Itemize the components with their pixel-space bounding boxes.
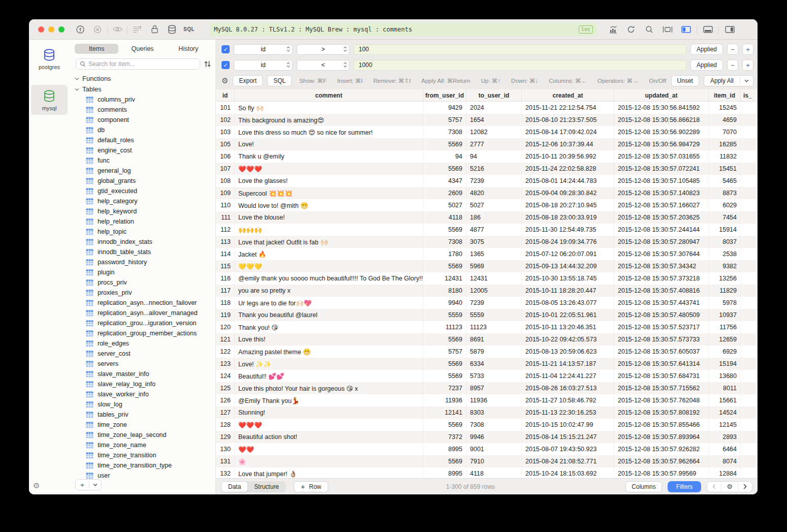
cell-to_user_id[interactable]: 2777 [466, 138, 522, 150]
table-row[interactable]: 112🙌🙌🙌556948772015-11-30 12:54:49.735201… [216, 224, 758, 236]
table-row[interactable]: 111Love the blouse!41181862015-08-18 23:… [216, 211, 758, 224]
cell-from_user_id[interactable]: 5569 [423, 455, 466, 467]
cell-created_at[interactable]: 2015-08-24 21:08:52.771 [522, 455, 614, 467]
cell-comment[interactable]: Love this dress so much 😍 so nice for su… [235, 126, 423, 138]
cell-id[interactable]: 118 [216, 297, 235, 309]
apply-all-button[interactable]: Apply All [704, 75, 753, 86]
refresh-icon[interactable] [622, 23, 640, 36]
sidebar-table-plugin[interactable]: plugin [70, 267, 215, 277]
cell-id[interactable]: 131 [216, 455, 235, 467]
column-header-comment[interactable]: comment [235, 89, 423, 101]
cell-from_user_id[interactable]: 5569 [423, 358, 466, 370]
tab-data[interactable]: Data [222, 482, 247, 492]
cell-from_user_id[interactable]: 2609 [423, 187, 466, 199]
cell-from_user_id[interactable]: 11936 [423, 394, 466, 406]
cell-comment[interactable]: ❤️❤️ [235, 443, 423, 455]
table-row[interactable]: 110Would love to! @mith 😬502750272015-08… [216, 199, 758, 211]
cell-created_at[interactable]: 2015-08-18 20:27:10.945 [522, 199, 614, 211]
cell-to_user_id[interactable]: 4877 [466, 224, 522, 236]
cell-to_user_id[interactable]: 2024 [466, 102, 522, 114]
tab-items[interactable]: Items [75, 44, 118, 54]
previous-page-icon[interactable] [707, 484, 721, 489]
cell-to_user_id[interactable]: 1365 [466, 248, 522, 260]
cell-is_[interactable] [741, 309, 758, 321]
table-row[interactable]: 132Love that jumper! 👌🏽899541182015-10-2… [216, 467, 758, 478]
cell-item_id[interactable]: 10937 [709, 309, 741, 321]
cell-is_[interactable] [741, 358, 758, 370]
table-row[interactable]: 117you are so pretty x8180120052015-10-1… [216, 285, 758, 297]
search-input[interactable]: Search for item... [76, 58, 200, 70]
filter-enabled-checkbox[interactable]: ✓ [222, 45, 230, 53]
cell-is_[interactable] [741, 114, 758, 126]
cell-created_at[interactable]: 2015-11-13 22:30:16.253 [522, 406, 614, 419]
add-filter-button[interactable]: + [742, 59, 753, 71]
cell-updated_at[interactable]: 2015-12-08 15:30:57.641314 [614, 358, 709, 370]
cell-id[interactable]: 101 [216, 102, 235, 114]
table-row[interactable]: 122Amazing pastel theme 😬575758792015-08… [216, 346, 758, 358]
tab-structure[interactable]: Structure [247, 482, 286, 492]
cell-created_at[interactable]: 2015-11-30 12:54:49.735 [522, 224, 614, 236]
connection-mysql[interactable]: mysql [31, 85, 68, 115]
table-row[interactable]: 101So fly 🙌🏻942920242015-11-21 22:12:54.… [216, 102, 758, 114]
cell-updated_at[interactable]: 2015-12-08 15:30:57.34342 [614, 260, 709, 272]
cell-to_user_id[interactable]: 186 [466, 211, 522, 224]
cell-to_user_id[interactable]: 5733 [466, 370, 522, 382]
sidebar-table-password_history[interactable]: password_history [70, 257, 215, 267]
sidebar-table-innodb_table_stats[interactable]: innodb_table_stats [70, 247, 215, 257]
cell-is_[interactable] [741, 394, 758, 406]
cell-item_id[interactable]: 15451 [709, 163, 741, 175]
tree-group-tables[interactable]: Tables [70, 84, 215, 95]
tab-history[interactable]: History [167, 44, 210, 54]
cell-created_at[interactable]: 2015-11-21 14:13:57.187 [522, 358, 614, 370]
cell-created_at[interactable]: 2015-08-10 21:23:57.505 [522, 114, 614, 126]
cell-item_id[interactable]: 8074 [709, 455, 741, 467]
sidebar-table-comments[interactable]: comments [70, 105, 215, 115]
table-row[interactable]: 116@emily thank you soooo much beautiful… [216, 272, 758, 285]
cell-is_[interactable] [741, 175, 758, 187]
cell-from_user_id[interactable]: 5559 [423, 309, 466, 321]
cell-comment[interactable]: Ur legs are to die for🙌🏻💖 [235, 297, 423, 309]
cell-id[interactable]: 122 [216, 346, 235, 358]
cell-to_user_id[interactable]: 5027 [466, 199, 522, 211]
focus-mode-icon[interactable] [659, 23, 676, 36]
cell-updated_at[interactable]: 2015-12-08 15:30:56.841592 [614, 102, 709, 114]
cell-id[interactable]: 124 [216, 370, 235, 382]
cell-id[interactable]: 130 [216, 443, 235, 455]
cell-to_user_id[interactable]: 9001 [466, 443, 522, 455]
sidebar-table-component[interactable]: component [70, 115, 215, 125]
cell-item_id[interactable]: 4659 [709, 114, 741, 126]
cell-created_at[interactable]: 2015-10-15 10:02:47.99 [522, 419, 614, 431]
sidebar-table-help_category[interactable]: help_category [70, 196, 215, 206]
sidebar-table-general_log[interactable]: general_log [70, 166, 215, 176]
cell-updated_at[interactable]: 2015-12-08 15:30:57.373218 [614, 272, 709, 285]
cell-item_id[interactable]: 14524 [709, 406, 741, 419]
cell-from_user_id[interactable]: 4118 [423, 211, 466, 224]
cell-is_[interactable] [741, 333, 758, 346]
cell-created_at[interactable]: 2015-08-07 19:43:50.923 [522, 443, 614, 455]
cell-comment[interactable]: ❤️❤️❤️ [235, 163, 423, 175]
cell-updated_at[interactable]: 2015-12-08 15:30:56.866218 [614, 114, 709, 126]
cell-to_user_id[interactable]: 7239 [466, 297, 522, 309]
cell-item_id[interactable]: 13256 [709, 272, 741, 285]
cell-id[interactable]: 111 [216, 211, 235, 224]
filter-value-input[interactable]: 100 [354, 44, 686, 55]
cell-created_at[interactable]: 2015-11-21 22:12:54.754 [522, 102, 614, 114]
cell-id[interactable]: 119 [216, 309, 235, 321]
cell-comment[interactable]: Love that jacket! Outfit is fab 🙌🏻 [235, 236, 423, 248]
connect-icon[interactable] [72, 23, 89, 36]
cell-created_at[interactable]: 2015-08-24 19:09:34.776 [522, 236, 614, 248]
cell-to_user_id[interactable]: 1654 [466, 114, 522, 126]
cell-updated_at[interactable]: 2015-12-08 15:30:57.166027 [614, 199, 709, 211]
cell-updated_at[interactable]: 2015-12-08 15:30:57.244144 [614, 224, 709, 236]
sidebar-table-role_edges[interactable]: role_edges [70, 338, 215, 349]
cell-item_id[interactable]: 6464 [709, 443, 741, 455]
sidebar-table-replication_asyn---nnection_failover[interactable]: replication_asyn...nnection_failover [70, 298, 215, 308]
table-row[interactable]: 102This background is amazing😍5757165420… [216, 114, 758, 126]
cell-item_id[interactable]: 8011 [709, 382, 741, 394]
settings-gear-icon[interactable]: ⚙ [33, 481, 40, 490]
sidebar-table-slave_worker_info[interactable]: slave_worker_info [70, 389, 215, 399]
cell-created_at[interactable]: 2015-10-11 13:20:46.351 [522, 321, 614, 333]
cell-updated_at[interactable]: 2015-12-08 15:30:57.893964 [614, 431, 709, 443]
cell-from_user_id[interactable]: 8995 [423, 467, 466, 478]
cell-to_user_id[interactable]: 4118 [466, 467, 522, 478]
